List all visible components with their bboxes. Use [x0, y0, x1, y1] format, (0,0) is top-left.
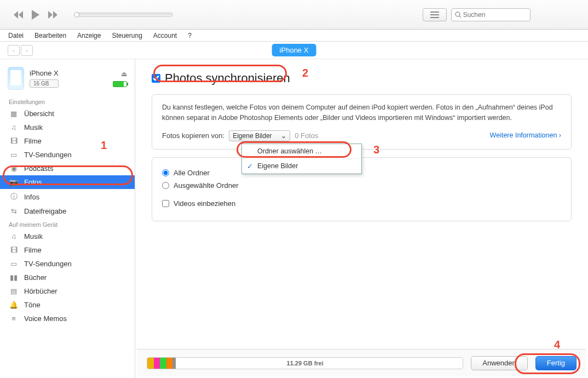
tv-icon: ▭ — [9, 151, 19, 159]
radio-selected-label: Ausgewählte Ordner — [174, 181, 239, 190]
device-pill[interactable]: iPhone X — [272, 44, 316, 56]
info-box: Du kannst festlegen, welche Fotos von de… — [152, 94, 572, 150]
camera-icon: 📷 — [9, 178, 19, 186]
chevron-updown-icon: ⌄ — [281, 131, 286, 141]
sidebar-item-label: Musik — [24, 232, 43, 240]
annotation-number-1: 1 — [101, 139, 107, 152]
sidebar-item-label: Dateifreigabe — [24, 207, 66, 215]
sidebar-item-label: Infos — [24, 193, 39, 201]
menu-anzeige[interactable]: Anzeige — [76, 31, 102, 41]
nav-forward-button[interactable]: › — [21, 45, 33, 56]
sidebar-item-filme[interactable]: 🎞Filme — [0, 134, 135, 148]
sidebar-item-label: Musik — [24, 123, 43, 131]
menu-steuerung[interactable]: Steuerung — [110, 31, 143, 41]
sidebar-item-dateifreigabe[interactable]: ⇆Dateifreigabe — [0, 204, 135, 218]
previous-track-icon[interactable] — [13, 11, 24, 19]
sidebar-item-label: Hörbücher — [24, 287, 57, 295]
annotation-number-3: 3 — [373, 144, 379, 156]
volume-slider[interactable] — [74, 13, 173, 17]
annotation-number-2: 2 — [302, 67, 308, 79]
ondevice-item-hoerbuecher[interactable]: ▤Hörbücher — [0, 284, 135, 298]
sidebar-item-podcasts[interactable]: ◉Podcasts — [0, 162, 135, 175]
sidebar-item-label: TV-Sendungen — [24, 151, 72, 159]
storage-segment — [166, 358, 173, 369]
sidebar: iPhone X 16 GB ⏏ Einstellungen ▦Übersich… — [0, 59, 135, 378]
sidebar-item-label: Filme — [24, 137, 42, 145]
menubar: Datei Bearbeiten Anzeige Steuerung Accou… — [0, 30, 588, 42]
sidebar-item-uebersicht[interactable]: ▦Übersicht — [0, 107, 135, 121]
sync-photos-label: Photos synchronisieren — [165, 71, 290, 85]
storage-bar: 11.29 GB frei — [147, 357, 463, 369]
device-name: iPhone X — [30, 69, 59, 77]
waveform-icon: ≡ — [9, 314, 19, 323]
radio-all-label: Alle Ordner — [174, 169, 210, 177]
storage-free-label: 11.29 GB frei — [287, 360, 324, 366]
ondevice-item-voicememos[interactable]: ≡Voice Memos — [0, 312, 135, 325]
include-videos-checkbox[interactable] — [162, 200, 169, 207]
next-track-icon[interactable] — [48, 11, 59, 19]
ondevice-item-buecher[interactable]: ▮▮Bücher — [0, 271, 135, 284]
sidebar-item-label: TV-Sendungen — [24, 260, 72, 268]
sidebar-item-infos[interactable]: ⓘInfos — [0, 189, 135, 204]
sidebar-item-tv[interactable]: ▭TV-Sendungen — [0, 148, 135, 162]
sidebar-item-label: Fotos — [24, 178, 42, 186]
device-thumbnail-icon — [8, 67, 24, 90]
search-field[interactable] — [463, 11, 527, 19]
ondevice-item-filme[interactable]: 🎞Filme — [0, 243, 135, 257]
annotation-number-4: 4 — [554, 339, 560, 351]
sidebar-item-label: Voice Memos — [24, 314, 67, 323]
ondevice-item-tv[interactable]: ▭TV-Sendungen — [0, 257, 135, 271]
share-icon: ⇆ — [9, 207, 19, 215]
menu-help[interactable]: ? — [186, 31, 193, 41]
sync-photos-checkbox[interactable] — [152, 74, 160, 83]
dropdown-choose-folder[interactable]: Ordner auswählen … — [242, 144, 361, 159]
svg-point-0 — [456, 12, 460, 16]
nav-row: ‹ › iPhone X — [0, 42, 588, 59]
sidebar-item-musik[interactable]: ♫Musik — [0, 121, 135, 134]
menu-bearbeiten[interactable]: Bearbeiten — [33, 31, 68, 41]
done-button[interactable]: Fertig — [535, 356, 577, 370]
info-icon: ⓘ — [9, 192, 19, 202]
film-icon: 🎞 — [9, 137, 19, 145]
sidebar-item-label: Filme — [24, 246, 42, 254]
capacity-badge: 16 GB — [30, 79, 59, 88]
list-view-button[interactable] — [423, 8, 447, 21]
copy-from-select[interactable]: Eigene Bilder ⌄ — [229, 130, 290, 141]
copy-from-label: Fotos kopieren von: — [162, 130, 224, 141]
dropdown-own-pictures[interactable]: Eigene Bilder — [242, 159, 361, 174]
nav-back-button[interactable]: ‹ — [8, 45, 20, 56]
battery-icon — [113, 81, 127, 87]
tile-icon: ▦ — [9, 110, 19, 118]
book-icon: ▮▮ — [9, 273, 19, 282]
radio-all-folders[interactable] — [162, 169, 169, 176]
tv-icon: ▭ — [9, 260, 19, 268]
sidebar-item-fotos[interactable]: 📷Fotos — [0, 175, 135, 189]
settings-header: Einstellungen — [0, 95, 135, 107]
search-input[interactable] — [451, 8, 531, 21]
more-info-link[interactable]: Weitere Informationen › — [490, 130, 561, 141]
menu-account[interactable]: Account — [152, 31, 178, 41]
storage-segment — [172, 358, 176, 369]
sidebar-item-label: Bücher — [24, 273, 47, 282]
play-icon[interactable] — [32, 10, 41, 20]
menu-datei[interactable]: Datei — [7, 31, 25, 41]
ondevice-item-toene[interactable]: 🔔Töne — [0, 298, 135, 312]
select-value: Eigene Bilder — [233, 131, 272, 141]
audiobook-icon: ▤ — [9, 287, 19, 295]
sidebar-item-label: Übersicht — [24, 110, 54, 118]
apply-button[interactable]: Anwenden — [471, 356, 527, 370]
main-pane: Photos synchronisieren Du kannst festleg… — [135, 59, 588, 378]
eject-icon[interactable]: ⏏ — [121, 70, 127, 78]
podcast-icon: ◉ — [9, 164, 19, 173]
folder-dropdown: Ordner auswählen … Eigene Bilder — [241, 144, 362, 174]
bell-icon: 🔔 — [9, 301, 19, 309]
toolbar — [0, 0, 588, 30]
include-videos-label: Videos einbeziehen — [174, 199, 235, 208]
search-icon — [455, 12, 461, 18]
music-note-icon: ♫ — [9, 123, 19, 131]
sidebar-item-label: Töne — [24, 301, 41, 309]
film-icon: 🎞 — [9, 246, 19, 254]
music-note-icon: ♫ — [9, 232, 19, 240]
ondevice-item-musik[interactable]: ♫Musik — [0, 230, 135, 243]
radio-selected-folders[interactable] — [162, 182, 169, 189]
